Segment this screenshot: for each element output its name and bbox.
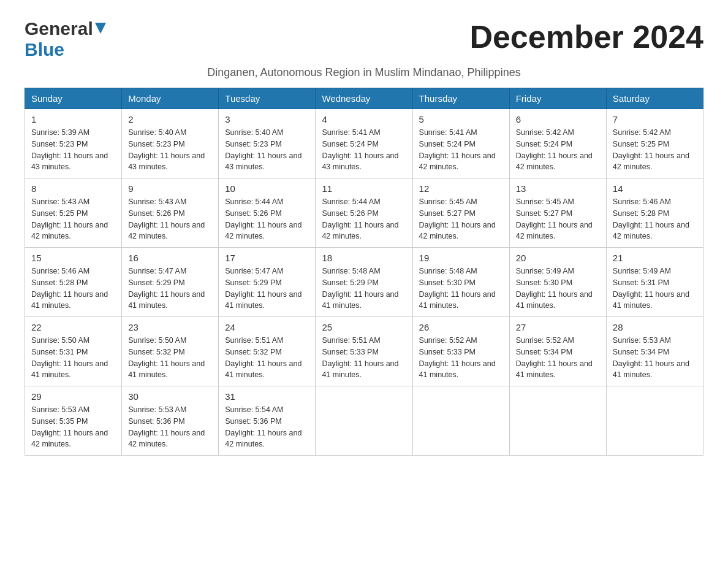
day-number: 25 xyxy=(322,322,406,332)
day-info: Sunrise: 5:53 AMSunset: 5:35 PMDaylight:… xyxy=(31,404,115,450)
day-number: 31 xyxy=(225,391,309,402)
day-info: Sunrise: 5:41 AMSunset: 5:24 PMDaylight:… xyxy=(419,127,503,173)
calendar-day-cell: 17 Sunrise: 5:47 AMSunset: 5:29 PMDaylig… xyxy=(219,248,316,317)
day-info: Sunrise: 5:44 AMSunset: 5:26 PMDaylight:… xyxy=(322,196,406,242)
day-number: 23 xyxy=(128,322,212,332)
day-info: Sunrise: 5:49 AMSunset: 5:31 PMDaylight:… xyxy=(613,266,697,312)
calendar-day-cell: 12 Sunrise: 5:45 AMSunset: 5:27 PMDaylig… xyxy=(412,178,509,248)
calendar-day-header: Sunday xyxy=(25,88,122,109)
calendar-week-row: 1 Sunrise: 5:39 AMSunset: 5:23 PMDayligh… xyxy=(25,109,703,178)
calendar-day-cell: 2 Sunrise: 5:40 AMSunset: 5:23 PMDayligh… xyxy=(122,109,219,178)
calendar-day-cell: 24 Sunrise: 5:51 AMSunset: 5:32 PMDaylig… xyxy=(219,317,316,386)
day-number: 12 xyxy=(419,183,503,194)
calendar-week-row: 29 Sunrise: 5:53 AMSunset: 5:35 PMDaylig… xyxy=(25,386,703,456)
day-info: Sunrise: 5:51 AMSunset: 5:32 PMDaylight:… xyxy=(225,335,309,381)
day-number: 18 xyxy=(322,253,406,263)
calendar-day-cell: 1 Sunrise: 5:39 AMSunset: 5:23 PMDayligh… xyxy=(25,109,122,178)
svg-marker-0 xyxy=(95,23,106,34)
calendar-day-cell: 20 Sunrise: 5:49 AMSunset: 5:30 PMDaylig… xyxy=(509,248,606,317)
day-info: Sunrise: 5:52 AMSunset: 5:33 PMDaylight:… xyxy=(419,335,503,381)
day-info: Sunrise: 5:48 AMSunset: 5:30 PMDaylight:… xyxy=(419,266,503,312)
day-info: Sunrise: 5:54 AMSunset: 5:36 PMDaylight:… xyxy=(225,404,309,450)
calendar-day-header: Monday xyxy=(122,88,219,109)
day-info: Sunrise: 5:46 AMSunset: 5:28 PMDaylight:… xyxy=(613,196,697,242)
day-number: 3 xyxy=(225,114,309,124)
day-info: Sunrise: 5:43 AMSunset: 5:25 PMDaylight:… xyxy=(31,196,115,242)
day-number: 4 xyxy=(322,114,406,124)
calendar-day-cell: 13 Sunrise: 5:45 AMSunset: 5:27 PMDaylig… xyxy=(509,178,606,248)
calendar-day-header: Saturday xyxy=(606,88,703,109)
day-number: 16 xyxy=(128,253,212,263)
day-number: 14 xyxy=(613,183,697,194)
calendar-day-cell: 4 Sunrise: 5:41 AMSunset: 5:24 PMDayligh… xyxy=(316,109,412,178)
calendar-table: SundayMondayTuesdayWednesdayThursdayFrid… xyxy=(25,88,703,456)
day-info: Sunrise: 5:45 AMSunset: 5:27 PMDaylight:… xyxy=(516,196,600,242)
page-header: General Blue December 2024 xyxy=(25,18,703,60)
day-info: Sunrise: 5:49 AMSunset: 5:30 PMDaylight:… xyxy=(516,266,600,312)
calendar-day-cell: 28 Sunrise: 5:53 AMSunset: 5:34 PMDaylig… xyxy=(606,317,703,386)
logo-triangle-icon xyxy=(95,23,106,36)
calendar-week-row: 8 Sunrise: 5:43 AMSunset: 5:25 PMDayligh… xyxy=(25,178,703,248)
day-info: Sunrise: 5:44 AMSunset: 5:26 PMDaylight:… xyxy=(225,196,309,242)
day-info: Sunrise: 5:43 AMSunset: 5:26 PMDaylight:… xyxy=(128,196,212,242)
calendar-week-row: 15 Sunrise: 5:46 AMSunset: 5:28 PMDaylig… xyxy=(25,248,703,317)
calendar-day-cell: 21 Sunrise: 5:49 AMSunset: 5:31 PMDaylig… xyxy=(606,248,703,317)
day-number: 5 xyxy=(419,114,503,124)
day-info: Sunrise: 5:45 AMSunset: 5:27 PMDaylight:… xyxy=(419,196,503,242)
day-number: 19 xyxy=(419,253,503,263)
day-number: 28 xyxy=(613,322,697,332)
calendar-day-cell: 9 Sunrise: 5:43 AMSunset: 5:26 PMDayligh… xyxy=(122,178,219,248)
day-info: Sunrise: 5:47 AMSunset: 5:29 PMDaylight:… xyxy=(225,266,309,312)
day-number: 20 xyxy=(516,253,600,263)
day-info: Sunrise: 5:50 AMSunset: 5:32 PMDaylight:… xyxy=(128,335,212,381)
calendar-day-cell: 10 Sunrise: 5:44 AMSunset: 5:26 PMDaylig… xyxy=(219,178,316,248)
calendar-day-cell: 29 Sunrise: 5:53 AMSunset: 5:35 PMDaylig… xyxy=(25,386,122,456)
day-number: 27 xyxy=(516,322,600,332)
calendar-day-cell: 22 Sunrise: 5:50 AMSunset: 5:31 PMDaylig… xyxy=(25,317,122,386)
calendar-day-cell: 30 Sunrise: 5:53 AMSunset: 5:36 PMDaylig… xyxy=(122,386,219,456)
day-info: Sunrise: 5:39 AMSunset: 5:23 PMDaylight:… xyxy=(31,127,115,173)
day-number: 29 xyxy=(31,391,115,402)
day-number: 11 xyxy=(322,183,406,194)
calendar-day-header: Friday xyxy=(509,88,606,109)
calendar-day-cell: 15 Sunrise: 5:46 AMSunset: 5:28 PMDaylig… xyxy=(25,248,122,317)
calendar-day-cell: 14 Sunrise: 5:46 AMSunset: 5:28 PMDaylig… xyxy=(606,178,703,248)
day-number: 17 xyxy=(225,253,309,263)
day-number: 8 xyxy=(31,183,115,194)
day-number: 9 xyxy=(128,183,212,194)
calendar-subtitle: Dinganen, Autonomous Region in Muslim Mi… xyxy=(25,66,703,79)
calendar-day-cell: 6 Sunrise: 5:42 AMSunset: 5:24 PMDayligh… xyxy=(509,109,606,178)
day-number: 10 xyxy=(225,183,309,194)
calendar-day-cell: 7 Sunrise: 5:42 AMSunset: 5:25 PMDayligh… xyxy=(606,109,703,178)
day-number: 21 xyxy=(613,253,697,263)
day-number: 1 xyxy=(31,114,115,124)
day-info: Sunrise: 5:50 AMSunset: 5:31 PMDaylight:… xyxy=(31,335,115,381)
logo: General Blue xyxy=(25,18,106,60)
day-number: 22 xyxy=(31,322,115,332)
calendar-day-cell: 3 Sunrise: 5:40 AMSunset: 5:23 PMDayligh… xyxy=(219,109,316,178)
day-info: Sunrise: 5:42 AMSunset: 5:24 PMDaylight:… xyxy=(516,127,600,173)
day-number: 6 xyxy=(516,114,600,124)
day-number: 7 xyxy=(613,114,697,124)
calendar-day-header: Thursday xyxy=(412,88,509,109)
day-info: Sunrise: 5:51 AMSunset: 5:33 PMDaylight:… xyxy=(322,335,406,381)
calendar-day-cell: 5 Sunrise: 5:41 AMSunset: 5:24 PMDayligh… xyxy=(412,109,509,178)
day-number: 13 xyxy=(516,183,600,194)
calendar-week-row: 22 Sunrise: 5:50 AMSunset: 5:31 PMDaylig… xyxy=(25,317,703,386)
calendar-day-cell: 26 Sunrise: 5:52 AMSunset: 5:33 PMDaylig… xyxy=(412,317,509,386)
day-info: Sunrise: 5:52 AMSunset: 5:34 PMDaylight:… xyxy=(516,335,600,381)
calendar-day-cell xyxy=(412,386,509,456)
day-info: Sunrise: 5:53 AMSunset: 5:36 PMDaylight:… xyxy=(128,404,212,450)
calendar-day-cell: 11 Sunrise: 5:44 AMSunset: 5:26 PMDaylig… xyxy=(316,178,412,248)
calendar-day-cell: 18 Sunrise: 5:48 AMSunset: 5:29 PMDaylig… xyxy=(316,248,412,317)
day-info: Sunrise: 5:42 AMSunset: 5:25 PMDaylight:… xyxy=(613,127,697,173)
calendar-day-header: Wednesday xyxy=(316,88,412,109)
calendar-day-cell: 19 Sunrise: 5:48 AMSunset: 5:30 PMDaylig… xyxy=(412,248,509,317)
calendar-day-cell: 8 Sunrise: 5:43 AMSunset: 5:25 PMDayligh… xyxy=(25,178,122,248)
day-number: 30 xyxy=(128,391,212,402)
calendar-day-cell: 27 Sunrise: 5:52 AMSunset: 5:34 PMDaylig… xyxy=(509,317,606,386)
day-info: Sunrise: 5:53 AMSunset: 5:34 PMDaylight:… xyxy=(613,335,697,381)
calendar-day-cell xyxy=(509,386,606,456)
day-info: Sunrise: 5:41 AMSunset: 5:24 PMDaylight:… xyxy=(322,127,406,173)
day-number: 24 xyxy=(225,322,309,332)
